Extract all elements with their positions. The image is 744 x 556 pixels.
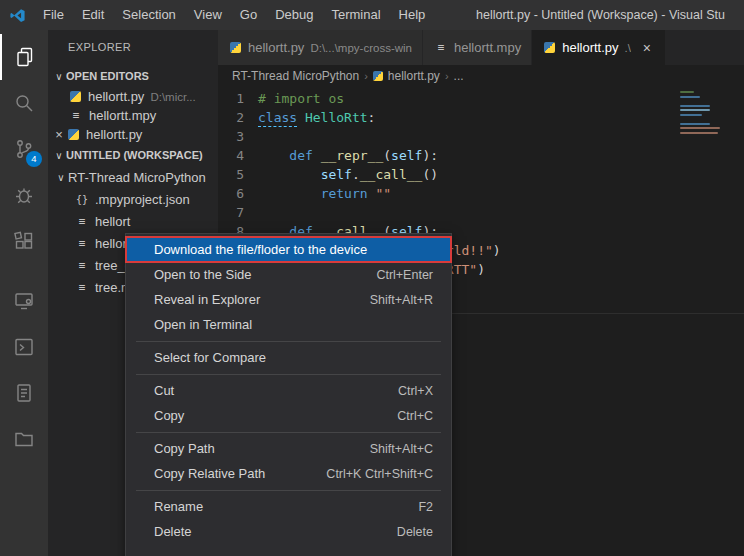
tab-hellortt-py[interactable]: hellortt.pyD:\...\mpy-cross-win xyxy=(218,30,423,65)
line-number: 6 xyxy=(218,184,258,203)
open-editor-item[interactable]: ≡hellortt.mpy xyxy=(48,106,218,125)
context-menu: Download the file/floder to the deviceOp… xyxy=(125,233,452,556)
line-number: 5 xyxy=(218,165,258,184)
tab-label: hellortt.mpy xyxy=(454,40,521,55)
open-editors-header[interactable]: ∨ OPEN EDITORS xyxy=(48,65,218,87)
line-number: 7 xyxy=(218,203,258,222)
file-tree-item[interactable]: ≡hellort xyxy=(48,210,218,232)
context-menu-item-delete[interactable]: DeleteDelete xyxy=(126,519,451,544)
close-icon[interactable]: × xyxy=(639,40,655,56)
breadcrumb-item[interactable]: ... xyxy=(454,69,464,83)
device-monitor-icon[interactable] xyxy=(0,278,48,324)
window-title: hellortt.py - Untitled (Workspace) - Vis… xyxy=(476,8,744,22)
tab-bar: hellortt.pyD:\...\mpy-cross-win≡hellortt… xyxy=(218,30,744,65)
code-line: 7 xyxy=(218,203,744,222)
menu-item-label: Select for Compare xyxy=(154,350,266,365)
tab-label: hellortt.py xyxy=(248,40,304,55)
source-control-icon[interactable]: 4 xyxy=(0,126,48,172)
python-file-icon xyxy=(68,129,79,140)
minimap-line xyxy=(680,105,710,107)
context-menu-item-copy[interactable]: CopyCtrl+C xyxy=(126,403,451,428)
context-menu-item-cut[interactable]: CutCtrl+X xyxy=(126,378,451,403)
minimap[interactable] xyxy=(680,91,732,136)
menu-edit[interactable]: Edit xyxy=(73,0,113,30)
context-menu-item-select-for-compare[interactable]: Select for Compare xyxy=(126,345,451,370)
mpy-file-icon: ≡ xyxy=(68,109,84,122)
mpy-file-icon: ≡ xyxy=(433,41,449,54)
minimap-line xyxy=(680,109,710,111)
folder-icon[interactable] xyxy=(0,416,48,462)
code-line: 6 return "" xyxy=(218,184,744,203)
output-document-icon[interactable] xyxy=(0,370,48,416)
open-editor-item[interactable]: hellortt.pyD:\micr... xyxy=(48,87,218,106)
chevron-down-icon: ∨ xyxy=(52,150,66,161)
file-name: hellortt.py xyxy=(88,89,144,104)
folder-rt-thread-micropython[interactable]: ∨ RT-Thread MicroPython xyxy=(48,166,218,188)
workspace-header[interactable]: ∨ UNTITLED (WORKSPACE) xyxy=(48,144,218,166)
python-file-icon xyxy=(70,91,81,102)
menu-item-shortcut: Ctrl+X xyxy=(398,384,433,398)
context-menu-item-reveal-in-explorer[interactable]: Reveal in ExplorerShift+Alt+R xyxy=(126,287,451,312)
explorer-icon[interactable] xyxy=(0,34,48,80)
code-text: self.__call__() xyxy=(258,165,438,184)
menu-item-shortcut: F2 xyxy=(418,500,433,514)
code-text: class HelloRtt: xyxy=(258,108,375,127)
code-text: def __repr__(self): xyxy=(258,146,438,165)
menu-item-shortcut: Shift+Alt+C xyxy=(370,442,433,456)
code-line: 4 def __repr__(self): xyxy=(218,146,744,165)
menu-bar: FileEditSelectionViewGoDebugTerminalHelp xyxy=(34,0,434,30)
context-menu-item-copy-relative-path[interactable]: Copy Relative PathCtrl+K Ctrl+Shift+C xyxy=(126,461,451,486)
menu-item-shortcut: Ctrl+Enter xyxy=(376,268,433,282)
menu-item-label: Open in Terminal xyxy=(154,317,252,332)
menu-item-shortcut: Delete xyxy=(397,525,433,539)
menu-item-label: Open to the Side xyxy=(154,267,252,282)
tab-hellortt-mpy[interactable]: ≡hellortt.mpy xyxy=(423,30,532,65)
file-name: hellort xyxy=(95,214,130,229)
line-number: 4 xyxy=(218,146,258,165)
menu-item-label: Copy Path xyxy=(154,441,215,456)
menu-item-label: Rename xyxy=(154,499,203,514)
title-bar: FileEditSelectionViewGoDebugTerminalHelp… xyxy=(0,0,744,30)
mpy-file-icon: ≡ xyxy=(74,281,90,294)
file-tree-item[interactable]: {}.mpyproject.json xyxy=(48,188,218,210)
menu-debug[interactable]: Debug xyxy=(266,0,322,30)
search-icon[interactable] xyxy=(0,80,48,126)
tab-detail: D:\...\mpy-cross-win xyxy=(310,42,412,54)
breadcrumb-label: ... xyxy=(454,69,464,83)
context-menu-item-rename[interactable]: RenameF2 xyxy=(126,494,451,519)
minimap-line xyxy=(680,132,718,134)
mpy-file-icon: ≡ xyxy=(74,259,90,272)
breadcrumb-item[interactable]: hellortt.py xyxy=(373,69,440,83)
context-menu-item-copy-path[interactable]: Copy PathShift+Alt+C xyxy=(126,436,451,461)
context-menu-item-download-the-file-floder-to-th[interactable]: Download the file/floder to the device xyxy=(126,237,451,262)
open-editors-list: hellortt.pyD:\micr...≡hellortt.mpy×hello… xyxy=(48,87,218,144)
menu-terminal[interactable]: Terminal xyxy=(322,0,389,30)
file-detail: D:\micr... xyxy=(150,91,195,103)
line-number: 3 xyxy=(218,127,258,146)
menu-item-label: Download the file/floder to the device xyxy=(154,242,367,257)
menu-file[interactable]: File xyxy=(34,0,73,30)
debug-icon[interactable] xyxy=(0,172,48,218)
breadcrumb-item[interactable]: RT-Thread MicroPython xyxy=(232,69,359,83)
context-menu-item-open-in-terminal[interactable]: Open in Terminal xyxy=(126,312,451,337)
extensions-icon[interactable] xyxy=(0,218,48,264)
open-editor-item[interactable]: ×hellortt.py xyxy=(48,125,218,144)
code-line: 1# import os xyxy=(218,89,744,108)
file-name: hellortt.mpy xyxy=(89,108,156,123)
menu-help[interactable]: Help xyxy=(390,0,435,30)
breadcrumb-label: RT-Thread MicroPython xyxy=(232,69,359,83)
menu-item-shortcut: Shift+Alt+R xyxy=(370,293,433,307)
close-icon[interactable]: × xyxy=(52,127,66,142)
tab-hellortt-py[interactable]: hellortt.py.\× xyxy=(532,30,666,65)
minimap-line xyxy=(680,114,702,116)
terminal-icon[interactable] xyxy=(0,324,48,370)
menu-selection[interactable]: Selection xyxy=(113,0,184,30)
python-file-icon xyxy=(373,71,383,81)
vscode-logo-icon xyxy=(0,7,34,24)
context-menu-item-open-to-the-side[interactable]: Open to the SideCtrl+Enter xyxy=(126,262,451,287)
menu-go[interactable]: Go xyxy=(231,0,266,30)
menu-view[interactable]: View xyxy=(185,0,231,30)
menu-item-label: Reveal in Explorer xyxy=(154,292,260,307)
mpy-file-icon: ≡ xyxy=(74,215,90,228)
line-number: 2 xyxy=(218,108,258,127)
